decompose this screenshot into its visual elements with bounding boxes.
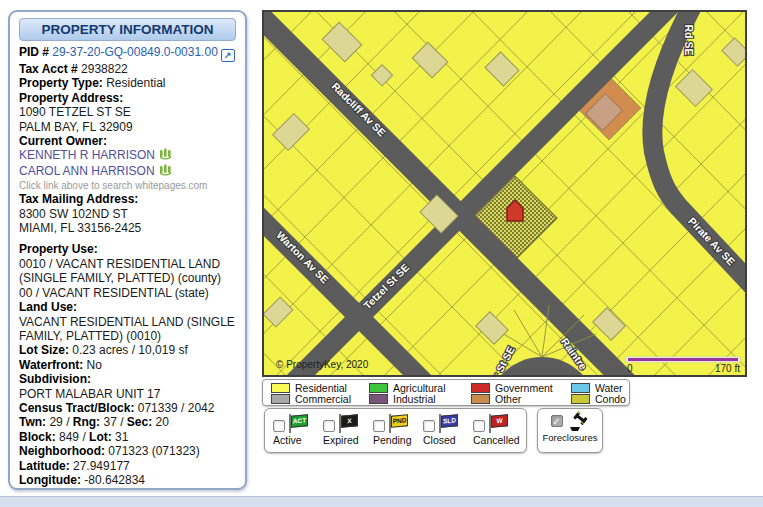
- pid-link[interactable]: 29-37-20-GQ-00849.0-0031.00: [52, 45, 217, 59]
- field-line: 1090 TETZEL ST SE: [19, 105, 236, 119]
- status-filter-controls: ACT: [273, 413, 322, 434]
- status-label: Pending: [373, 434, 422, 446]
- field-line: KENNETH R HARRISON: [19, 148, 236, 163]
- field-line: Census Tract/Block: 071339 / 2042: [19, 401, 236, 415]
- legend-swatch-other: [471, 394, 490, 404]
- status-filter-controls: SLD: [423, 413, 472, 434]
- status-checkbox[interactable]: [323, 420, 335, 432]
- field-label: Property Use:: [19, 242, 98, 256]
- whitepages-hint: Click link above to search whitepages.co…: [19, 179, 236, 192]
- field-line: PID # 29-37-20-GQ-00849.0-0031.00↗: [19, 45, 236, 62]
- field-line: Neighborhood: 071323 (071323): [19, 444, 236, 458]
- status-filter-controls: PND: [373, 413, 422, 434]
- field-line: PORT MALABAR UNIT 17: [19, 387, 236, 401]
- field-label: Property Address:: [19, 91, 123, 105]
- field-label: Lot Size:: [19, 343, 69, 357]
- flag-body: X: [341, 414, 358, 427]
- foreclosures-checkbox[interactable]: ✓: [551, 415, 563, 427]
- legend-item: Commercial: [271, 393, 369, 404]
- status-filter-controls: X: [323, 413, 372, 434]
- field-label: Block:: [19, 430, 56, 444]
- status-checkbox[interactable]: [273, 420, 285, 432]
- status-checkbox[interactable]: [423, 420, 435, 432]
- field-line: Lot Size: 0.23 acres / 10,019 sf: [19, 343, 236, 357]
- legend-item: Other: [471, 393, 571, 404]
- field-line: 8300 SW 102ND ST: [19, 207, 236, 221]
- map-legend: ResidentialAgriculturalGovernmentWaterCo…: [262, 379, 630, 406]
- parcel-map[interactable]: Radcliff Av SE Warton Av SE Tetzel St SE…: [262, 10, 747, 377]
- flag-icon: X: [338, 413, 360, 434]
- foreclosures-filter-controls: ✓: [538, 411, 602, 432]
- map-canvas[interactable]: Radcliff Av SE Warton Av SE Tetzel St SE…: [264, 12, 745, 375]
- field-label: Legal Description:: [19, 487, 124, 490]
- status-checkbox[interactable]: [473, 420, 485, 432]
- whitepages-icon[interactable]: [159, 148, 172, 163]
- field-line: Property Type: Residential: [19, 76, 236, 90]
- field-label: PID #: [19, 45, 52, 59]
- field-line: Tax Mailing Address:: [19, 192, 236, 206]
- owner-link[interactable]: CAROL ANN HARRISON: [19, 164, 155, 178]
- legend-swatch-condo: [571, 394, 590, 404]
- legend-item: Government: [471, 382, 571, 393]
- property-fields: PID # 29-37-20-GQ-00849.0-0031.00↗Tax Ac…: [19, 45, 236, 490]
- legend-item: Industrial: [369, 393, 471, 404]
- status-checkbox[interactable]: [373, 420, 385, 432]
- field-label: Tax Acct #: [19, 62, 78, 76]
- field-line: Property Use:: [19, 242, 236, 256]
- legend-item: Condo: [571, 393, 631, 404]
- field-label: Current Owner:: [19, 134, 107, 148]
- legend-swatch-agricultural: [369, 383, 388, 393]
- field-line: 0010 / VACANT RESIDENTIAL LAND: [19, 257, 236, 271]
- owner-link[interactable]: KENNETH R HARRISON: [19, 148, 155, 162]
- window-bottom-bar: [0, 496, 763, 507]
- status-label: Cancelled: [473, 434, 522, 446]
- legend-swatch-commercial: [271, 394, 290, 404]
- external-link-icon[interactable]: ↗: [221, 49, 235, 62]
- flag-icon: SLD: [438, 413, 460, 434]
- scale-start-label: 0: [627, 363, 633, 374]
- field-line: Tax Acct # 2938822: [19, 62, 236, 76]
- street-label-rd-se: Rd SE: [683, 25, 695, 56]
- status-filter-controls: W: [473, 413, 522, 434]
- status-filter-active: ACTActive: [273, 413, 322, 452]
- field-label: Land Use:: [19, 300, 77, 314]
- field-label: Twn:: [19, 415, 46, 429]
- status-label: Expired: [323, 434, 372, 446]
- field-line: Subdivision:: [19, 372, 236, 386]
- status-label: Closed: [423, 434, 472, 446]
- status-filter-closed: SLDClosed: [423, 413, 472, 452]
- legend-swatch-water: [571, 383, 590, 393]
- field-line: Property Address:: [19, 91, 236, 105]
- flag-body: SLD: [441, 414, 458, 427]
- flag-icon: ACT: [288, 413, 310, 434]
- whitepages-icon[interactable]: [159, 164, 172, 179]
- field-label: Lot:: [89, 430, 112, 444]
- field-line: Twn: 29 / Rng: 37 / Sec: 20: [19, 415, 236, 429]
- legend-label: Condo: [595, 393, 626, 405]
- field-line: Land Use:: [19, 300, 236, 314]
- field-line: Longitude: -80.642834: [19, 473, 236, 487]
- field-label: Census Tract/Block:: [19, 401, 134, 415]
- legend-item: Residential: [271, 382, 369, 393]
- legend-item: Agricultural: [369, 382, 471, 393]
- field-line: Current Owner:: [19, 134, 236, 148]
- field-line: FAMILY, PLATTED) (0010): [19, 329, 236, 343]
- legend-label: Commercial: [295, 393, 351, 405]
- field-line: Latitude: 27.949177: [19, 459, 236, 473]
- field-line: VACANT RESIDENTIAL LAND (SINGLE: [19, 315, 236, 329]
- field-label: Rng:: [73, 415, 100, 429]
- status-filter-expired: XExpired: [323, 413, 372, 452]
- field-label: Latitude:: [19, 459, 70, 473]
- foreclosures-filter: ✓ Foreclosures: [537, 408, 603, 453]
- flag-icon: W: [488, 413, 510, 434]
- status-label: Active: [273, 434, 322, 446]
- field-label: Waterfront:: [19, 358, 83, 372]
- field-label: Longitude:: [19, 473, 81, 487]
- gavel-icon: [566, 411, 590, 432]
- field-line: Legal Description:: [19, 487, 236, 490]
- field-line: MIAMI, FL 33156-2425: [19, 221, 236, 235]
- field-line: Block: 849 / Lot: 31: [19, 430, 236, 444]
- status-filter-cancelled: WCancelled: [473, 413, 522, 452]
- legend-swatch-residential: [271, 383, 290, 393]
- flag-body: PND: [391, 414, 408, 427]
